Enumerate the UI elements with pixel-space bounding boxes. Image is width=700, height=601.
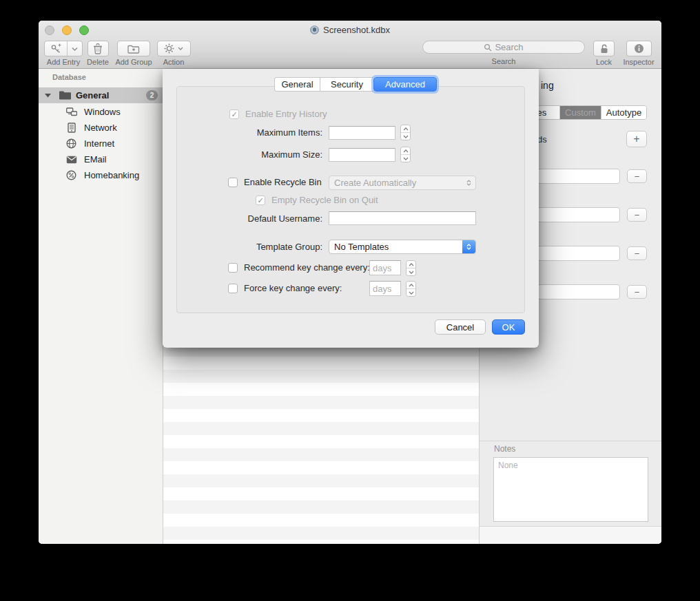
recommend-days-stepper[interactable]: [406, 260, 416, 276]
inspector-button[interactable]: [626, 41, 652, 56]
remove-custom-field-button[interactable]: −: [627, 246, 647, 260]
stepper-down-icon[interactable]: [401, 133, 410, 140]
sidebar-item-homebanking[interactable]: Homebanking: [39, 167, 163, 183]
unlock-icon: [599, 43, 609, 54]
force-days-stepper[interactable]: [406, 281, 416, 297]
stepper-down-icon[interactable]: [406, 289, 415, 296]
add-entry-button[interactable]: [44, 41, 83, 56]
add-group-toolbar-item: Add Group: [117, 41, 150, 66]
tab-advanced[interactable]: Advanced: [373, 77, 437, 92]
info-icon: [634, 43, 644, 54]
maximum-items-stepper[interactable]: [400, 125, 411, 140]
custom-field-input[interactable]: [530, 169, 620, 184]
tab-general[interactable]: General: [274, 77, 320, 92]
trash-icon: [93, 43, 103, 54]
inspector-footer: [480, 527, 661, 544]
popup-chevrons-icon: [462, 240, 475, 253]
inspector-toolbar-item: Inspector: [622, 41, 655, 66]
inspector-entry-title: ing: [541, 80, 554, 91]
stepper-up-icon[interactable]: [406, 282, 415, 289]
sidebar-section-header: Database: [52, 73, 86, 81]
empty-recycle-bin-checkbox[interactable]: ✓: [256, 196, 265, 205]
sidebar-item-internet[interactable]: Internet: [39, 136, 163, 151]
sidebar-item-label: General: [76, 90, 109, 101]
notes-textarea[interactable]: [493, 457, 648, 522]
sidebar-item-general[interactable]: General 2: [39, 87, 163, 103]
force-key-change-checkbox[interactable]: [228, 284, 238, 293]
window-header: Screenshot.kdbx Add Entry: [39, 21, 661, 69]
delete-label: Delete: [87, 58, 109, 66]
custom-field-input[interactable]: [530, 207, 620, 222]
remove-custom-field-button[interactable]: −: [627, 169, 647, 183]
sidebar-item-network[interactable]: Network: [39, 120, 163, 136]
default-username-input[interactable]: [329, 211, 476, 225]
action-label: Action: [163, 58, 185, 66]
lock-label: Lock: [596, 58, 612, 66]
stepper-up-icon[interactable]: [401, 125, 410, 133]
sidebar-item-windows[interactable]: Windows: [39, 104, 163, 120]
app-window: Screenshot.kdbx Add Entry: [39, 21, 661, 544]
recommend-key-change-checkbox[interactable]: [228, 263, 238, 273]
key-plus-icon[interactable]: [45, 41, 68, 56]
sidebar-item-label: Homebanking: [84, 170, 139, 180]
ok-button[interactable]: OK: [492, 319, 525, 335]
sidebar-item-email[interactable]: EMail: [39, 151, 163, 167]
folder-plus-icon: [127, 44, 140, 54]
stepper-up-icon[interactable]: [401, 147, 410, 155]
tab-security[interactable]: Security: [320, 77, 373, 92]
cancel-button[interactable]: Cancel: [435, 319, 486, 335]
action-button[interactable]: [157, 41, 191, 56]
recommend-key-change-label: Recommend key change every:: [244, 262, 370, 273]
custom-field-input[interactable]: [530, 246, 620, 261]
recycle-bin-popup[interactable]: Create Automatically: [329, 176, 476, 190]
sidebar: Database General 2 Windows Network: [39, 69, 163, 544]
stepper-down-icon[interactable]: [401, 155, 410, 162]
envelope-icon: [66, 156, 77, 164]
maximum-size-input[interactable]: [329, 148, 395, 162]
add-custom-field-button[interactable]: +: [626, 131, 647, 147]
action-toolbar-item: Action: [154, 41, 193, 66]
enable-entry-history-checkbox[interactable]: ✓: [229, 109, 239, 119]
custom-fields-label: ds: [537, 134, 547, 145]
delete-button[interactable]: [88, 41, 109, 56]
add-group-button[interactable]: [117, 41, 150, 56]
sidebar-item-label: Internet: [84, 138, 114, 149]
add-entry-dropdown-arrow[interactable]: [68, 41, 82, 56]
tab-autotype[interactable]: Autotype: [601, 106, 646, 119]
maximum-size-stepper[interactable]: [400, 147, 411, 162]
remove-custom-field-button[interactable]: −: [627, 208, 647, 222]
force-key-change-label: Force key change every:: [244, 283, 342, 294]
percent-icon: [66, 170, 76, 180]
template-group-value: No Templates: [334, 242, 389, 252]
force-days-input[interactable]: [369, 281, 401, 296]
search-input[interactable]: Search: [422, 41, 585, 54]
empty-recycle-bin-label: Empty Recycle Bin on Quit: [271, 195, 378, 206]
enable-recycle-bin-checkbox[interactable]: [228, 178, 238, 187]
maximum-items-label: Maximum Items:: [176, 127, 322, 138]
action-dropdown-arrow: [178, 47, 183, 50]
divider: [480, 441, 661, 441]
disclosure-triangle-icon[interactable]: [45, 93, 51, 98]
folder-icon: [59, 90, 72, 101]
lock-button[interactable]: [593, 41, 615, 56]
stepper-down-icon[interactable]: [406, 268, 415, 275]
maximum-items-input[interactable]: [329, 126, 395, 140]
add-entry-toolbar-item: Add Entry: [44, 41, 83, 66]
enable-recycle-bin-label: Enable Recycle Bin: [244, 177, 322, 188]
custom-field-input[interactable]: [530, 284, 620, 299]
tab-custom[interactable]: Custom: [560, 106, 601, 119]
database-settings-dialog: General Security Advanced ✓ Enable Entry…: [163, 69, 539, 348]
checkmark-icon: ✓: [231, 111, 237, 118]
titlebar: Screenshot.kdbx: [39, 25, 661, 36]
template-group-popup[interactable]: No Templates: [329, 240, 476, 254]
enable-entry-history-label: Enable Entry History: [245, 109, 327, 120]
stepper-up-icon[interactable]: [406, 261, 415, 268]
recycle-bin-popup-value: Create Automatically: [334, 178, 416, 188]
inspector-label: Inspector: [623, 58, 654, 66]
maximum-size-label: Maximum Size:: [176, 149, 322, 160]
template-group-label: Template Group:: [176, 242, 322, 252]
checkmark-icon: ✓: [257, 197, 263, 204]
recommend-days-input[interactable]: [369, 260, 401, 275]
remove-custom-field-button[interactable]: −: [627, 285, 647, 299]
count-badge: 2: [146, 90, 158, 101]
